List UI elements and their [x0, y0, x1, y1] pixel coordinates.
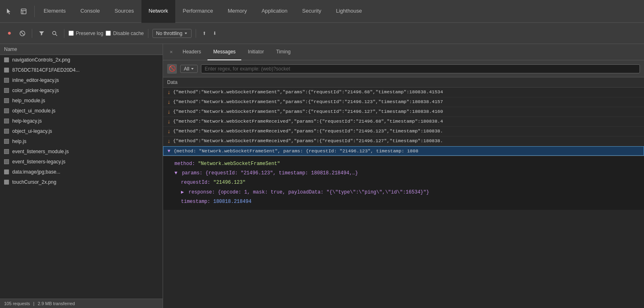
filter-input[interactable]	[201, 64, 640, 73]
file-type-icon	[4, 108, 9, 113]
divider-2	[64, 29, 64, 38]
detail-method-row: method: "Network.webSocketFrameSent"	[168, 159, 639, 169]
list-item[interactable]: event_listeners-legacy.js	[0, 157, 163, 167]
tab-timing[interactable]: Timing	[270, 44, 296, 60]
clear-button[interactable]	[17, 28, 28, 39]
throttle-select[interactable]: No throttling	[152, 29, 192, 38]
data-section-header: Data	[163, 77, 644, 88]
detail-params-row: ▼ params: {requestId: "21496.123", times…	[168, 169, 639, 178]
message-row[interactable]: ↓ {"method":"Network.webSocketFrameRecei…	[163, 136, 644, 146]
disable-cache-checkbox[interactable]: Disable cache	[106, 31, 143, 36]
close-panel-button[interactable]: ✕	[166, 47, 176, 57]
file-type-icon	[4, 68, 9, 73]
file-type-icon	[4, 88, 9, 93]
network-toolbar: ● Preserve log Disable cache No throttli…	[0, 23, 644, 44]
divider-3	[148, 29, 148, 38]
file-type-icon	[4, 129, 9, 134]
detail-timestamp-row: timestamp: 180818.218494	[168, 197, 639, 207]
file-type-icon	[4, 149, 9, 154]
list-item[interactable]: help.js	[0, 136, 163, 147]
filter-bar: 🚫 All	[163, 60, 644, 77]
tab-network[interactable]: Network	[141, 0, 176, 23]
download-button[interactable]: ⬇	[211, 28, 219, 39]
tab-bar: Elements Console Sources Network Perform…	[0, 0, 644, 23]
file-type-icon	[4, 159, 9, 164]
arrow-down-icon: ↓	[167, 99, 170, 105]
file-type-icon	[4, 180, 9, 185]
tab-initiator[interactable]: Initiator	[242, 44, 269, 60]
svg-line-4	[21, 32, 24, 35]
detail-panel: method: "Network.webSocketFrameSent" ▼ p…	[163, 156, 644, 210]
tab-elements[interactable]: Elements	[36, 0, 73, 23]
message-row[interactable]: ↓ {"method":"Network.webSocketFrameSent"…	[163, 88, 644, 97]
messages-list[interactable]: ↓ {"method":"Network.webSocketFrameSent"…	[163, 88, 644, 308]
right-panel: ✕ Headers Messages Initiator Timing 🚫 Al…	[163, 44, 644, 308]
file-type-icon	[4, 57, 9, 62]
message-row[interactable]: ↓ {"method":"Network.webSocketFrameSent"…	[163, 97, 644, 107]
svg-line-6	[55, 34, 57, 36]
list-item[interactable]: navigationControls_2x.png	[0, 55, 163, 65]
file-type-icon	[4, 119, 9, 123]
tab-lighthouse[interactable]: Lighthouse	[329, 0, 369, 23]
arrow-down-icon: ↓	[167, 89, 170, 95]
status-bar: 105 requests | 2.9 MB transferred	[0, 299, 163, 308]
tab-console[interactable]: Console	[73, 0, 107, 23]
expand-triangle-icon[interactable]: ▼	[168, 148, 170, 154]
inspect-icon[interactable]	[18, 6, 29, 17]
selected-message-row[interactable]: ▼ {method: "Network.webSocketFrameSent",…	[163, 146, 644, 156]
arrow-down-icon: ↓	[167, 109, 170, 115]
right-tab-bar: ✕ Headers Messages Initiator Timing	[163, 44, 644, 60]
list-item[interactable]: help-legacy.js	[0, 116, 163, 126]
filter-all-dropdown[interactable]: All	[180, 65, 198, 73]
list-item[interactable]: touchCursor_2x.png	[0, 177, 163, 187]
left-header: Name	[0, 44, 163, 55]
list-item[interactable]: object_ui-legacy.js	[0, 126, 163, 136]
file-list[interactable]: navigationControls_2x.png 87C6DC7814CF1F…	[0, 55, 163, 299]
list-item[interactable]: object_ui_module.js	[0, 106, 163, 116]
devtools-icons	[3, 6, 35, 17]
tab-security[interactable]: Security	[295, 0, 329, 23]
file-type-icon	[4, 169, 9, 174]
main-content: Name navigationControls_2x.png 87C6DC781…	[0, 44, 644, 308]
message-row[interactable]: ↓ {"method":"Network.webSocketFrameRecei…	[163, 127, 644, 136]
message-row[interactable]: ↓ {"method":"Network.webSocketFrameRecei…	[163, 117, 644, 127]
arrow-up-icon: ↓	[167, 138, 170, 144]
list-item[interactable]: help_module.js	[0, 96, 163, 106]
detail-requestid-row: requestId: "21496.123"	[168, 178, 639, 187]
upload-button[interactable]: ⬆	[200, 28, 208, 39]
cursor-icon[interactable]	[3, 6, 15, 17]
file-type-icon	[4, 78, 9, 83]
search-icon[interactable]	[49, 28, 60, 39]
block-filter-button[interactable]: 🚫	[167, 64, 177, 74]
message-row[interactable]: ↓ {"method":"Network.webSocketFrameSent"…	[163, 107, 644, 117]
list-item[interactable]: event_listeners_module.js	[0, 147, 163, 157]
list-item[interactable]: 87C6DC7814CF1FAED20D4...	[0, 65, 163, 75]
tab-application[interactable]: Application	[254, 0, 295, 23]
tab-memory[interactable]: Memory	[221, 0, 254, 23]
list-item[interactable]: inline_editor-legacy.js	[0, 75, 163, 86]
left-panel: Name navigationControls_2x.png 87C6DC781…	[0, 44, 163, 308]
filter-icon[interactable]	[36, 28, 47, 39]
preserve-log-checkbox[interactable]: Preserve log	[68, 31, 103, 36]
params-expand-icon[interactable]: ▼	[174, 170, 177, 176]
file-type-icon	[4, 98, 9, 103]
list-item[interactable]: color_picker-legacy.js	[0, 86, 163, 96]
tab-messages[interactable]: Messages	[207, 44, 241, 60]
arrow-up-icon: ↓	[167, 119, 170, 125]
tab-headers[interactable]: Headers	[177, 44, 207, 60]
response-expand-icon[interactable]: ▶	[181, 189, 184, 195]
file-type-icon	[4, 139, 9, 144]
tab-performance[interactable]: Performance	[175, 0, 220, 23]
svg-point-5	[53, 31, 56, 35]
list-item[interactable]: data:image/jpg;base...	[0, 167, 163, 177]
divider-4	[196, 29, 196, 38]
tab-sources[interactable]: Sources	[107, 0, 141, 23]
arrow-up-icon: ↓	[167, 128, 170, 134]
record-button[interactable]: ●	[4, 28, 15, 39]
divider-1	[32, 29, 32, 38]
svg-rect-0	[21, 9, 26, 14]
detail-response-row: ▶ response: {opcode: 1, mask: true, payl…	[168, 188, 639, 197]
